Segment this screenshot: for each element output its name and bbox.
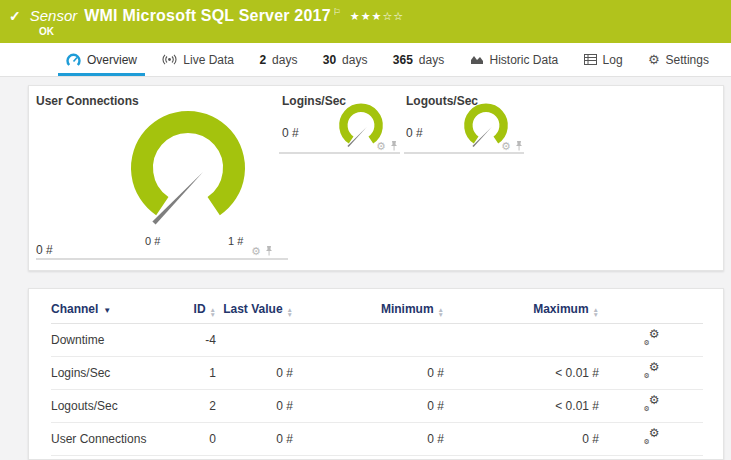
column-label: Maximum xyxy=(533,302,588,316)
gauge-widget-actions: ⚙ xyxy=(501,140,523,151)
tab-log[interactable]: Log xyxy=(576,43,631,76)
table-header-row: Channel▼ ID▲▼ Last Value▲▼ Minimum▲▼ Max… xyxy=(51,289,703,324)
column-label: ID xyxy=(194,302,206,316)
tab-label: days xyxy=(342,53,367,67)
sort-icon: ▲▼ xyxy=(593,307,599,317)
gauge-title-user-connections: User Connections xyxy=(36,94,139,108)
divider xyxy=(404,152,524,154)
divider xyxy=(36,258,288,260)
tab-30-days[interactable]: 30 days xyxy=(315,43,376,76)
gauge-icon xyxy=(66,53,81,67)
cell-maximum: < 0.01 # xyxy=(444,357,599,390)
cell-id: 2 xyxy=(171,390,216,423)
sensor-header: ✓ Sensor WMI Microsoft SQL Server 2017 ⚐… xyxy=(0,0,731,43)
column-header-maximum[interactable]: Maximum▲▼ xyxy=(444,289,599,324)
gauge-title-logins-sec: Logins/Sec xyxy=(282,94,346,108)
cell-minimum: 0 # xyxy=(293,357,444,390)
gauge-value-logins-sec: 0 # xyxy=(282,126,299,140)
cell-last-value: 0 # xyxy=(216,390,293,423)
tab-2-days[interactable]: 2 days xyxy=(251,43,305,76)
cell-minimum: 0 # xyxy=(293,423,444,456)
tab-overview[interactable]: Overview xyxy=(58,43,145,76)
column-header-last-value[interactable]: Last Value▲▼ xyxy=(216,289,293,324)
pin-icon[interactable] xyxy=(265,245,273,256)
column-label: Last Value xyxy=(223,302,282,316)
widget-gear-icon[interactable]: ⚙ xyxy=(501,141,511,151)
table-row-user-connections: User Connections 0 0 # 0 # 0 # ⚙⚙ xyxy=(51,423,703,456)
cell-minimum: 0 # xyxy=(293,390,444,423)
column-header-actions xyxy=(599,289,703,324)
area-chart-icon xyxy=(470,54,484,65)
cell-last-value: 0 # xyxy=(216,423,293,456)
cell-channel: Logouts/Sec xyxy=(51,390,171,423)
column-label: Channel xyxy=(51,302,98,316)
channel-settings-icon[interactable]: ⚙⚙ xyxy=(643,430,660,444)
sensor-kind-label: Sensor xyxy=(30,7,78,24)
tab-bar: Overview Live Data 2 days 30 days 365 da… xyxy=(0,43,731,77)
user-connections-gauge xyxy=(128,105,248,229)
tab-number: 365 xyxy=(393,53,413,67)
sort-icon: ▲▼ xyxy=(438,307,444,317)
table-row-logouts-sec: Logouts/Sec 2 0 # 0 # < 0.01 # ⚙⚙ xyxy=(51,390,703,423)
cell-last-value: 0 # xyxy=(216,357,293,390)
status-check-icon: ✓ xyxy=(9,8,21,24)
gauge-scale-max: 1 # xyxy=(228,235,243,247)
tab-label: Settings xyxy=(666,53,709,67)
divider xyxy=(279,152,400,154)
priority-stars[interactable]: ★★★☆☆ xyxy=(350,10,404,23)
sensor-header-row: ✓ Sensor WMI Microsoft SQL Server 2017 ⚐… xyxy=(0,0,731,25)
widget-gear-icon[interactable]: ⚙ xyxy=(251,246,261,256)
tab-label: Live Data xyxy=(183,53,234,67)
gauge-value-logouts-sec: 0 # xyxy=(406,126,423,140)
cell-maximum xyxy=(444,324,599,357)
tab-label: Historic Data xyxy=(490,53,559,67)
gauges-panel: User Connections 0 # 1 # 0 # ⚙ Logins/Se… xyxy=(28,85,724,271)
sort-icon: ▲▼ xyxy=(287,307,293,317)
gear-icon: ⚙ xyxy=(648,52,660,67)
channel-settings-icon[interactable]: ⚙⚙ xyxy=(643,364,660,378)
stars-filled[interactable]: ★★★ xyxy=(350,10,383,22)
pin-icon[interactable] xyxy=(390,140,398,151)
cell-maximum: < 0.01 # xyxy=(444,390,599,423)
cell-id: -4 xyxy=(171,324,216,357)
tab-number: 30 xyxy=(323,53,336,67)
flag-icon[interactable]: ⚐ xyxy=(333,7,341,17)
table-row-downtime: Downtime -4 ⚙⚙ xyxy=(51,324,703,357)
sensor-title: WMI Microsoft SQL Server 2017 xyxy=(84,7,330,25)
column-label: Minimum xyxy=(381,302,434,316)
cell-maximum: 0 # xyxy=(444,423,599,456)
channels-panel: Channel▼ ID▲▼ Last Value▲▼ Minimum▲▼ Max… xyxy=(28,288,724,460)
gauge-value-user-connections: 0 # xyxy=(36,243,53,257)
tab-historic-data[interactable]: Historic Data xyxy=(462,43,567,76)
sort-active-icon: ▼ xyxy=(103,306,111,315)
widget-gear-icon[interactable]: ⚙ xyxy=(376,141,386,151)
gauge-widget-actions: ⚙ xyxy=(251,245,273,256)
cell-last-value xyxy=(216,324,293,357)
tab-live-data[interactable]: Live Data xyxy=(154,43,242,76)
tab-label: Overview xyxy=(87,53,137,67)
column-header-id[interactable]: ID▲▼ xyxy=(171,289,216,324)
tab-label: Log xyxy=(603,53,623,67)
cell-channel: User Connections xyxy=(51,423,171,456)
tab-settings[interactable]: ⚙ Settings xyxy=(640,43,717,76)
pin-icon[interactable] xyxy=(515,140,523,151)
cell-minimum xyxy=(293,324,444,357)
live-signal-icon xyxy=(162,54,177,65)
tab-label: days xyxy=(419,53,444,67)
cell-id: 0 xyxy=(171,423,216,456)
gauge-scale-min: 0 # xyxy=(145,235,160,247)
cell-channel: Logins/Sec xyxy=(51,357,171,390)
tab-365-days[interactable]: 365 days xyxy=(385,43,452,76)
tab-number: 2 xyxy=(259,53,266,67)
column-header-channel[interactable]: Channel▼ xyxy=(51,289,171,324)
cell-id: 1 xyxy=(171,357,216,390)
gauge-widget-actions: ⚙ xyxy=(376,140,398,151)
table-row-logins-sec: Logins/Sec 1 0 # 0 # < 0.01 # ⚙⚙ xyxy=(51,357,703,390)
channels-table: Channel▼ ID▲▼ Last Value▲▼ Minimum▲▼ Max… xyxy=(51,289,703,456)
channel-settings-icon[interactable]: ⚙⚙ xyxy=(643,331,660,345)
sort-icon: ▲▼ xyxy=(210,307,216,317)
column-header-minimum[interactable]: Minimum▲▼ xyxy=(293,289,444,324)
stars-empty[interactable]: ☆☆ xyxy=(382,10,404,22)
log-list-icon xyxy=(584,54,597,65)
channel-settings-icon[interactable]: ⚙⚙ xyxy=(643,397,660,411)
